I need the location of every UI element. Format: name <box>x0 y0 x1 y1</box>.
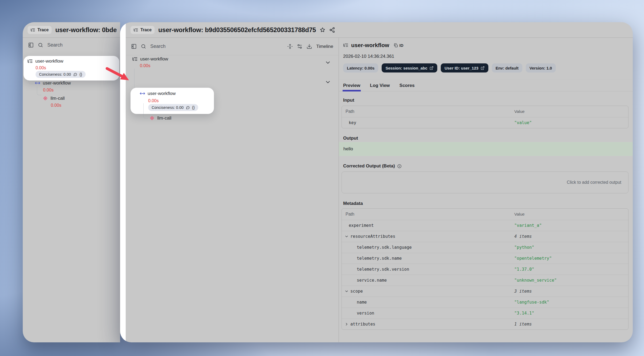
star-icon[interactable] <box>320 27 325 33</box>
trace-badge-label: Trace <box>37 28 49 32</box>
desktop: Trace user-workflow: 0bde Search user-wo… <box>0 0 644 356</box>
row-key: key <box>342 120 356 125</box>
badge-label: User ID: user_123 <box>444 66 478 70</box>
trace-badge-session[interactable]: Session: session_abc <box>382 63 437 72</box>
span-duration: 0.00s <box>51 103 61 108</box>
span-name: user-workflow <box>43 81 71 86</box>
score-json-brace: {} <box>192 105 195 110</box>
generation-flower-icon <box>149 115 155 121</box>
table-row: telemetry.sdk.language"python" <box>342 242 628 253</box>
trace-badge: Trace <box>28 26 52 34</box>
trace-badge-version: Version: 1.0 <box>526 63 556 72</box>
tab-log-view[interactable]: Log View <box>370 80 390 91</box>
span-duration: 0.00s <box>140 63 150 68</box>
span-name: user-workflow <box>140 56 168 62</box>
search-bar: Search Timeline <box>126 38 339 55</box>
external-link-icon <box>430 66 434 70</box>
row-key: telemetry.sdk.name <box>342 256 402 261</box>
tree-connector <box>37 87 41 95</box>
badge-label: Version: 1.0 <box>530 66 552 70</box>
trace-tree-panel: Search Timeline user-workflow 0.00s <box>126 38 339 342</box>
tree-connector <box>134 69 139 89</box>
badge-label: Session: session_abc <box>385 66 427 70</box>
chevron-down-icon[interactable] <box>325 59 331 66</box>
trace-timestamp: 2026-02-10 14:36:24.361 <box>343 54 394 59</box>
trace-badge-user-id[interactable]: User ID: user_123 <box>441 63 488 72</box>
output-value: hello <box>339 142 633 156</box>
chevron-down-icon <box>344 289 349 293</box>
column-header-path: Path <box>342 212 354 217</box>
row-value: "value" <box>514 120 532 125</box>
span-name: user-workflow <box>35 59 63 64</box>
trace-window-titlebar: Trace user-workflow: b9d035506502efcfd56… <box>126 22 633 38</box>
tree-node[interactable]: llm-call <box>149 115 171 121</box>
search-input[interactable]: Search <box>47 42 63 48</box>
tree-node-root[interactable]: user-workflow <box>132 56 168 62</box>
table-row: version"3.14.1" <box>342 308 628 319</box>
row-value: "langfuse-sdk" <box>514 300 549 305</box>
corrected-output-label: Corrected Output (Beta) <box>343 163 395 169</box>
timeline-toggle[interactable]: Timeline <box>316 44 333 49</box>
external-link-icon <box>481 66 485 70</box>
tree-node[interactable]: user-workflow <box>140 91 176 96</box>
copy-id-button[interactable]: ID <box>393 43 403 48</box>
row-key: service.name <box>342 278 387 283</box>
row-key: telemetry.sdk.language <box>342 245 412 250</box>
search-icon <box>38 42 43 48</box>
score-label: Conciseness: 0.00 <box>39 72 71 76</box>
tree-node[interactable]: user-workflow <box>27 58 63 64</box>
span-detail-panel: user-workflow ID 2026-02-10 14:36:24.361… <box>339 38 633 342</box>
column-header-value: Value <box>514 109 525 114</box>
tab-scores[interactable]: Scores <box>400 80 415 91</box>
score-label: Conciseness: 0.00 <box>152 105 183 110</box>
tree-node[interactable]: user-workflow <box>35 80 71 86</box>
score-badge[interactable]: Conciseness: 0.00 {} <box>36 71 86 78</box>
row-key: attributes <box>342 322 375 327</box>
panel-collapse-icon[interactable] <box>28 42 34 48</box>
trace-badge-latency: Latency: 0.00s <box>343 63 378 72</box>
generation-flower-icon <box>43 95 48 101</box>
fold-vertical-icon[interactable] <box>287 44 293 49</box>
download-icon[interactable] <box>306 44 312 49</box>
tab-preview[interactable]: Preview <box>343 80 360 91</box>
span-duration: 0.00s <box>148 98 159 103</box>
span-duration: 0.00s <box>43 88 53 93</box>
table-row: experiment"variant_a" <box>342 220 628 231</box>
score-badge[interactable]: Conciseness: 0.00 {} <box>148 104 198 111</box>
info-icon[interactable] <box>397 164 402 169</box>
background-window-titlebar: Trace user-workflow: 0bde <box>23 22 120 38</box>
table-row[interactable]: resourceAttributes4 items <box>342 231 628 242</box>
detail-tabs: PreviewLog ViewScores <box>339 80 633 91</box>
corrected-output-editor[interactable]: Click to add corrected output <box>342 171 628 193</box>
row-value: 4 items <box>514 234 532 239</box>
row-value: "3.14.1" <box>514 311 534 316</box>
selected-span-card[interactable]: user-workflow 0.00s Conciseness: 0.00 {} <box>131 88 214 114</box>
row-value: "opentelemetry" <box>514 256 552 261</box>
search-input[interactable]: Search <box>150 44 166 49</box>
trace-badge-label: Trace <box>140 28 152 32</box>
row-key: scope <box>342 289 363 294</box>
badge-label: Env: default <box>496 66 519 70</box>
move-horizontal-icon <box>140 91 145 96</box>
trace-badge: Trace <box>131 26 155 34</box>
panel-collapse-icon[interactable] <box>131 44 137 49</box>
chevron-down-icon <box>344 234 349 239</box>
list-tree-icon <box>133 28 138 32</box>
table-row: telemetry.sdk.name"opentelemetry" <box>342 253 628 264</box>
id-label: ID <box>399 43 403 48</box>
chevron-down-icon[interactable] <box>325 79 331 85</box>
row-value: "1.37.0" <box>514 267 534 272</box>
table-row[interactable]: scope3 items <box>342 286 628 297</box>
list-tree-icon <box>30 28 35 32</box>
copy-icon <box>393 43 398 48</box>
share-icon[interactable] <box>329 27 335 33</box>
list-tree-icon <box>27 58 33 64</box>
window-title: user-workflow: 0bde <box>55 26 117 34</box>
span-header: user-workflow ID <box>343 42 403 48</box>
tree-node[interactable]: llm-call <box>43 95 65 101</box>
settings-sliders-icon[interactable] <box>297 44 302 49</box>
row-key: name <box>342 300 367 305</box>
trace-badge-env: Env: default <box>492 63 522 72</box>
row-value: 1 items <box>514 322 532 327</box>
table-row[interactable]: attributes1 items <box>342 319 628 330</box>
